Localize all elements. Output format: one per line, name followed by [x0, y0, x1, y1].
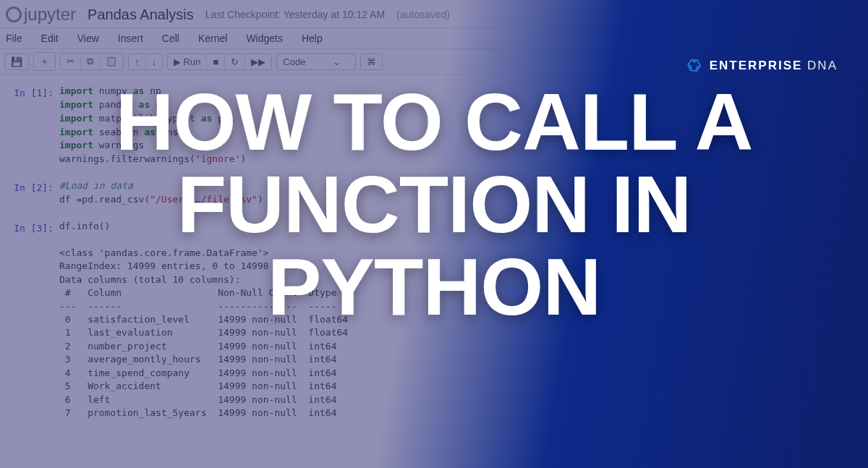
autosaved-text: (autosaved): [396, 9, 450, 20]
run-button[interactable]: ▶ Run: [168, 54, 207, 69]
chevron-down-icon: ⌄: [333, 56, 341, 67]
paste-button[interactable]: 📋: [100, 54, 123, 69]
notebook-body: In [1]: import numpy as np import pandas…: [0, 75, 868, 430]
menu-insert[interactable]: Insert: [118, 33, 143, 44]
move-up-button[interactable]: ↑: [129, 54, 146, 69]
cell-source: df.info(): [59, 220, 864, 234]
cell-type-select[interactable]: Code ⌄: [276, 54, 356, 70]
code-cell-3[interactable]: In [3]: df.info(): [0, 217, 868, 237]
cut-button[interactable]: ✂: [61, 54, 81, 69]
jupyter-logo: jupyter: [6, 4, 76, 25]
menu-kernel[interactable]: Kernel: [198, 33, 227, 44]
menu-edit[interactable]: Edit: [41, 33, 59, 44]
cell-output: <class 'pandas.core.frame.DataFrame'> Ra…: [59, 247, 864, 420]
jupyter-logo-text: jupyter: [24, 4, 76, 25]
checkpoint-text: Last Checkpoint: Yesterday at 10:12 AM: [205, 9, 385, 20]
cell-prompt: In [2]:: [4, 179, 59, 207]
notebook-menu: File Edit View Insert Cell Kernel Widget…: [0, 27, 868, 49]
thumbnail-stage: jupyter Pandas Analysis Last Checkpoint:…: [0, 0, 868, 468]
jupyter-logo-icon: [6, 7, 22, 22]
notebook-header: jupyter Pandas Analysis Last Checkpoint:…: [0, 0, 868, 27]
menu-cell[interactable]: Cell: [162, 33, 179, 44]
stop-button[interactable]: ■: [207, 54, 225, 69]
cell-type-value: Code: [283, 56, 305, 67]
menu-help[interactable]: Help: [302, 33, 323, 44]
cell-prompt: In [1]:: [4, 85, 59, 166]
add-cell-button[interactable]: ＋: [34, 53, 55, 70]
jupyter-notebook: jupyter Pandas Analysis Last Checkpoint:…: [0, 0, 868, 468]
menu-file[interactable]: File: [6, 33, 22, 44]
notebook-toolbar: 💾 ＋ ✂ ⧉ 📋 ↑ ↓ ▶ Run ■ ↻ ▶▶ Code ⌄ ⌘: [0, 49, 868, 75]
restart-button[interactable]: ↻: [225, 54, 245, 69]
cell-source: import numpy as np import pandas as pd i…: [59, 85, 864, 166]
run-all-button[interactable]: ▶▶: [245, 54, 271, 69]
save-button[interactable]: 💾: [5, 54, 28, 69]
copy-button[interactable]: ⧉: [81, 54, 100, 69]
menu-view[interactable]: View: [77, 33, 99, 44]
notebook-title[interactable]: Pandas Analysis: [88, 7, 194, 23]
cell-source: #Load in data df =pd.read_csv("/Users/…/…: [59, 179, 864, 207]
cell-prompt: In [3]:: [4, 220, 59, 234]
code-cell-2[interactable]: In [2]: #Load in data df =pd.read_csv("/…: [0, 176, 868, 210]
output-cell-3: <class 'pandas.core.frame.DataFrame'> Ra…: [0, 244, 868, 423]
menu-widgets[interactable]: Widgets: [246, 33, 283, 44]
output-prompt: [4, 247, 59, 420]
code-cell-1[interactable]: In [1]: import numpy as np import pandas…: [0, 82, 868, 169]
command-palette-button[interactable]: ⌘: [361, 54, 382, 69]
move-down-button[interactable]: ↓: [146, 54, 163, 69]
